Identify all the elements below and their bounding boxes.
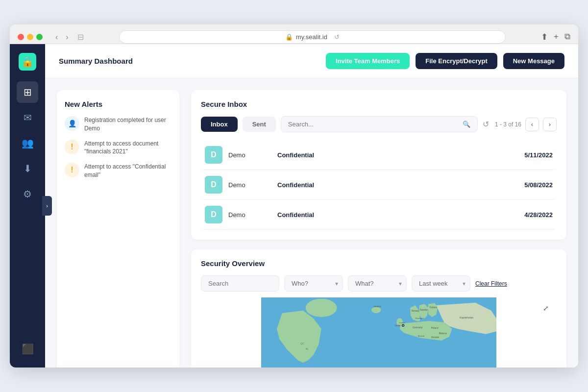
avatar-3: D <box>205 206 222 223</box>
content-area: New Alerts 👤 Registration completed for … <box>45 78 578 368</box>
alert-item-email[interactable]: ! Attempt to access "Confidential email" <box>65 163 172 179</box>
sidebar-collapse-button[interactable]: › <box>42 196 52 216</box>
message-list: D Demo Confidential 5/11/2022 D Demo Con… <box>201 140 557 230</box>
share-icon[interactable]: ⬆ <box>541 32 548 42</box>
tab-inbox[interactable]: Inbox <box>201 117 238 132</box>
sidebar-item-logout[interactable]: ⬛ <box>17 338 38 360</box>
alert-warn-icon-1: ! <box>65 140 79 154</box>
inbox-pagination: ↺ 1 - 3 of 16 ‹ › <box>483 118 557 131</box>
page-title: Summary Dashboard <box>59 57 320 65</box>
svg-text:Belarus: Belarus <box>439 332 447 335</box>
message-row-3[interactable]: D Demo Confidential 4/28/2022 <box>201 200 557 230</box>
sidebar-item-users[interactable]: 👥 <box>17 132 38 154</box>
inbox-search-input[interactable] <box>288 121 459 128</box>
security-section: Security Overview Who? All Users Demo <box>191 249 566 368</box>
subject-1: Confidential <box>277 151 524 159</box>
date-3: 4/28/2022 <box>524 211 553 219</box>
nav-arrows: ‹ › <box>52 32 72 43</box>
what-filter-wrap: What? File Access Login <box>348 275 407 292</box>
subject-3: Confidential <box>277 211 524 219</box>
message-row-2[interactable]: D Demo Confidential 5/08/2022 <box>201 170 557 200</box>
app-layout: 🔒 ⊞ ✉ 👥 ⬇ ⚙ ⬛ › Summary Dashboard Invite… <box>10 44 578 368</box>
sidebar-item-settings[interactable]: ⚙ <box>17 183 38 205</box>
back-button[interactable]: ‹ <box>52 32 61 43</box>
map-expand-button[interactable]: ⤢ <box>539 301 553 315</box>
sender-name-2: Demo <box>228 181 268 189</box>
inbox-section: Secure Inbox Inbox Sent 🔍 ↺ 1 - 3 of 16 <box>191 90 566 240</box>
svg-text:Norway: Norway <box>412 310 420 312</box>
pagination-prev-button[interactable]: ‹ <box>525 118 539 131</box>
forward-button[interactable]: › <box>63 32 71 43</box>
sidebar-item-dashboard[interactable]: ⊞ <box>17 81 38 103</box>
world-map-svg: QC NL Iceland Ireland United Kingdom <box>201 297 557 368</box>
sidebar-toggle-icon[interactable]: ⊟ <box>77 32 84 42</box>
subject-2: Confidential <box>277 181 524 189</box>
map-container: QC NL Iceland Ireland United Kingdom <box>201 297 557 368</box>
sidebar-item-downloads[interactable]: ⬇ <box>17 158 38 179</box>
chevron-right-icon: › <box>46 203 48 209</box>
pagination-text: 1 - 3 of 16 <box>495 121 521 128</box>
what-filter[interactable]: What? File Access Login <box>348 275 407 292</box>
browser-toolbar: ⬆ + ⧉ <box>541 32 570 42</box>
inbox-search-container: 🔍 <box>281 116 478 132</box>
lock-icon: 🔒 <box>285 33 293 41</box>
svg-text:Denmark: Denmark <box>416 317 424 319</box>
top-bar: Summary Dashboard Invite Team Members Fi… <box>45 44 578 78</box>
pagination-next-button[interactable]: › <box>543 118 557 131</box>
alert-text-document: Attempt to access document "financials 2… <box>84 140 172 156</box>
avatar-2: D <box>205 176 222 194</box>
sidebar-item-messages[interactable]: ✉ <box>17 107 38 128</box>
svg-text:Germany: Germany <box>413 326 422 329</box>
sender-name-3: Demo <box>228 211 268 219</box>
sender-name-1: Demo <box>228 151 268 159</box>
svg-text:QC: QC <box>300 342 304 345</box>
avatar-1: D <box>205 146 222 164</box>
date-2: 5/08/2022 <box>524 181 553 189</box>
who-filter[interactable]: Who? All Users Demo <box>284 275 343 292</box>
maximize-button[interactable] <box>36 34 43 40</box>
alert-item-document[interactable]: ! Attempt to access document "financials… <box>65 140 172 156</box>
time-filter-wrap: Last week Last month Last year <box>412 275 470 292</box>
message-row-1[interactable]: D Demo Confidential 5/11/2022 <box>201 140 557 170</box>
close-button[interactable] <box>18 34 24 40</box>
svg-text:Sweden: Sweden <box>420 309 429 311</box>
alerts-panel: New Alerts 👤 Registration completed for … <box>57 90 179 368</box>
alerts-title: New Alerts <box>65 100 172 108</box>
svg-text:Kazakhstan: Kazakhstan <box>460 316 473 319</box>
inbox-title: Secure Inbox <box>201 100 557 108</box>
refresh-icon[interactable]: ↺ <box>483 120 489 129</box>
alert-item-registration[interactable]: 👤 Registration completed for user Demo <box>65 116 172 133</box>
main-content: Summary Dashboard Invite Team Members Fi… <box>45 44 578 368</box>
new-tab-icon[interactable]: + <box>554 32 559 42</box>
sidebar: 🔒 ⊞ ✉ 👥 ⬇ ⚙ ⬛ › <box>10 44 45 368</box>
tabs-icon[interactable]: ⧉ <box>564 32 570 42</box>
browser-chrome: ‹ › ⊟ 🔒 my.sealit.id ↺ ⬆ + ⧉ <box>10 24 578 44</box>
svg-text:NL: NL <box>306 348 309 350</box>
svg-text:Ukraine: Ukraine <box>431 336 440 339</box>
sidebar-logo: 🔒 <box>10 44 45 79</box>
sidebar-bottom: ⬛ <box>17 336 38 368</box>
address-bar[interactable]: 🔒 my.sealit.id ↺ <box>119 30 506 44</box>
minimize-button[interactable] <box>27 34 33 40</box>
security-search-input[interactable] <box>201 275 279 292</box>
clear-filters-link[interactable]: Clear Filters <box>475 280 507 287</box>
app-logo-icon: 🔒 <box>19 53 36 71</box>
alert-user-icon: 👤 <box>65 116 79 131</box>
refresh-icon[interactable]: ↺ <box>334 33 340 41</box>
browser-window: ‹ › ⊟ 🔒 my.sealit.id ↺ ⬆ + ⧉ 🔒 ⊞ ✉ 👥 ⬇ ⚙ <box>10 24 578 368</box>
url-text: my.sealit.id <box>296 33 327 41</box>
alert-text-email: Attempt to access "Confidential email" <box>84 163 172 179</box>
svg-text:Poland: Poland <box>431 327 439 329</box>
traffic-lights <box>18 34 43 40</box>
alert-warn-icon-2: ! <box>65 163 79 177</box>
security-filters: Who? All Users Demo What? File Access Lo… <box>201 275 557 292</box>
who-filter-wrap: Who? All Users Demo <box>284 275 343 292</box>
invite-team-button[interactable]: Invite Team Members <box>326 53 410 69</box>
tab-sent[interactable]: Sent <box>243 117 276 132</box>
svg-text:Labrador Sea: Labrador Sea <box>342 326 360 329</box>
new-message-button[interactable]: New Message <box>503 53 564 69</box>
svg-text:Austria: Austria <box>418 335 425 337</box>
date-1: 5/11/2022 <box>524 151 553 159</box>
file-encrypt-button[interactable]: File Encrypt/Decrypt <box>416 53 497 69</box>
time-filter[interactable]: Last week Last month Last year <box>412 275 470 292</box>
